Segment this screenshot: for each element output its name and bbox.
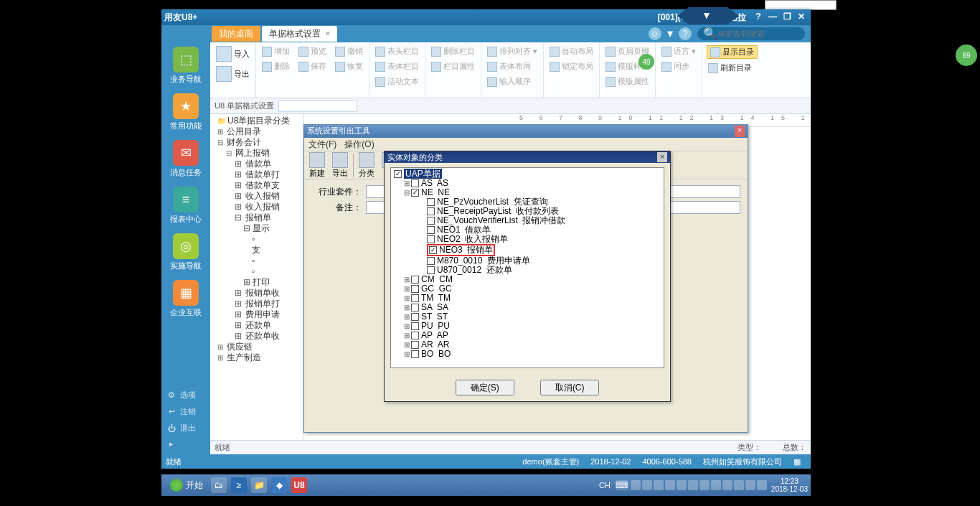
rail-exit[interactable]: ⏻退出 — [161, 420, 210, 436]
bodycol-button[interactable]: 表体栏目 — [374, 60, 420, 72]
tb-classify[interactable]: 分类 — [357, 152, 377, 179]
add-button[interactable]: 增加 — [260, 45, 291, 57]
rail-expand[interactable]: ▸ — [161, 436, 210, 451]
rail-nav[interactable]: ⬚业务导航 — [161, 42, 210, 89]
tree-root[interactable]: U8单据目录分类 — [212, 116, 301, 126]
tree-leaf[interactable]: 借款单支 — [212, 180, 301, 191]
tree-leaf[interactable]: 收入报销 — [212, 202, 301, 212]
tb-new[interactable]: 新建 — [307, 152, 327, 179]
tree-leaf[interactable]: 还款单收 — [212, 331, 301, 342]
tree-leaf[interactable]: 支 — [212, 245, 301, 256]
tplprop-button[interactable]: 模版属性 — [604, 75, 651, 88]
tree-leaf[interactable]: ▫ — [212, 234, 301, 245]
checkbox[interactable] — [427, 235, 435, 243]
taskbar-folder-icon[interactable]: 📁 — [251, 477, 267, 493]
checkbox[interactable] — [411, 294, 419, 302]
colprop-button[interactable]: 栏目属性 — [430, 60, 476, 72]
minimize-button[interactable]: — — [766, 11, 779, 23]
inputorder-button[interactable]: 输入顺序 — [486, 75, 539, 88]
checkbox[interactable] — [411, 189, 419, 197]
rail-ent[interactable]: ▦企业互联 — [161, 276, 210, 322]
checkbox[interactable] — [427, 217, 435, 225]
tree-leaf[interactable]: 显示 — [212, 223, 301, 234]
tray-icon[interactable] — [631, 480, 641, 490]
checkbox[interactable] — [427, 257, 435, 265]
undo-button[interactable]: 撤销 — [334, 45, 364, 57]
rail-msg[interactable]: ✉消息任务 — [161, 136, 210, 182]
rail-imp[interactable]: ◎实施导航 — [161, 229, 210, 276]
taskbar-app-icon[interactable]: ◆ — [271, 477, 287, 493]
refreshdir-button[interactable]: 刷新目录 — [707, 62, 758, 74]
tray-icon[interactable] — [757, 480, 767, 490]
checkbox[interactable] — [427, 207, 435, 215]
tree-leaf[interactable]: 报销单打 — [212, 299, 301, 309]
export-button[interactable]: 导出 — [215, 65, 251, 83]
checkbox[interactable] — [411, 304, 419, 311]
keyboard-icon[interactable]: ⌨ — [616, 480, 628, 490]
class-close-icon[interactable]: × — [657, 152, 667, 162]
tab-voucher-format[interactable]: 单据格式设置 × — [262, 26, 337, 42]
help-icon[interactable]: ? — [752, 11, 765, 23]
tree-node[interactable]: 报销单 — [212, 212, 301, 223]
tree-node[interactable]: 供应链 — [212, 342, 301, 352]
checkbox[interactable] — [394, 170, 402, 178]
checkbox[interactable] — [411, 313, 419, 321]
start-button[interactable]: 开始 — [164, 477, 209, 493]
help-circle-icon[interactable]: ? — [679, 27, 692, 40]
save-button[interactable]: 保存 — [297, 60, 328, 72]
tool-close-icon[interactable]: × — [735, 126, 745, 137]
activetxt-button[interactable]: 活动文本 — [374, 75, 420, 88]
tab-close-icon[interactable]: × — [325, 29, 330, 39]
lang-button[interactable]: 语言 ▾ — [660, 45, 697, 57]
align-button[interactable]: 排列对齐 ▾ — [486, 45, 539, 57]
tray-icon[interactable] — [722, 480, 732, 490]
checkbox[interactable] — [411, 332, 419, 339]
checkbox[interactable] — [411, 285, 419, 293]
tree-leaf[interactable]: 借款单打 — [212, 169, 301, 180]
tree-leaf[interactable]: 借款单 — [212, 159, 301, 169]
bodylayout-button[interactable]: 表体布局 — [486, 60, 539, 72]
floating-count-badge[interactable]: 49 — [639, 54, 654, 70]
rail-logout[interactable]: ↩注销 — [161, 403, 210, 420]
checkbox[interactable] — [411, 350, 419, 358]
taskbar-clock[interactable]: 12:23 2018-12-03 — [771, 477, 808, 493]
tray-icon[interactable] — [642, 480, 652, 490]
showdir-button[interactable]: 显示目录 — [707, 45, 758, 59]
status-grid-icon[interactable]: ▦ — [793, 457, 801, 467]
tray-icon[interactable] — [688, 480, 698, 490]
tray-icon[interactable] — [654, 480, 664, 490]
checkbox[interactable] — [411, 322, 419, 330]
ime-ch[interactable]: CH — [599, 481, 611, 489]
tray-icon[interactable] — [734, 480, 744, 490]
headcol-button[interactable]: 表头栏目 — [374, 45, 420, 57]
lockfmt-button[interactable]: 锁定布局 — [548, 60, 595, 72]
ok-button[interactable]: 确定(S) — [456, 380, 514, 395]
tray-icon[interactable] — [677, 480, 687, 490]
doc-dropdown[interactable] — [278, 100, 357, 112]
checkbox[interactable] — [427, 226, 435, 234]
import-button[interactable]: 导入 — [215, 45, 251, 62]
close-button[interactable]: ✕ — [795, 11, 808, 23]
delete-button[interactable]: 删除 — [260, 60, 291, 72]
autolayout-button[interactable]: 自动布局 — [548, 45, 595, 57]
tree-node[interactable]: 财务会计 — [212, 137, 301, 148]
sync-button[interactable]: 同步 — [660, 60, 697, 72]
class-tree[interactable]: UAP单据 AS AS NE NE NE_PzVoucherList 凭证查询 … — [390, 167, 664, 368]
tray-icon[interactable] — [745, 480, 755, 490]
checkbox[interactable] — [411, 341, 419, 349]
checkbox-neo3[interactable] — [429, 246, 437, 254]
menu-operate[interactable]: 操作(O) — [344, 139, 374, 149]
tree-leaf[interactable]: 报销单收 — [212, 288, 301, 299]
tray-icon[interactable] — [665, 480, 675, 490]
tray-icon[interactable] — [711, 480, 721, 490]
delcol-button[interactable]: 删除栏目 — [430, 45, 476, 57]
tree-leaf[interactable]: 还款单 — [212, 320, 301, 331]
tb-export[interactable]: 导出 — [330, 152, 350, 179]
user-smile-icon[interactable]: ☺ — [649, 27, 661, 40]
tree-node[interactable]: 生产制造 — [212, 352, 301, 363]
rail-rpt[interactable]: ≡报表中心 — [161, 182, 210, 229]
tab-desktop[interactable]: 我的桌面 — [212, 26, 260, 42]
checkbox[interactable] — [411, 276, 419, 284]
tray-icon[interactable] — [699, 480, 710, 490]
tree-node[interactable]: 公用目录 — [212, 126, 301, 137]
